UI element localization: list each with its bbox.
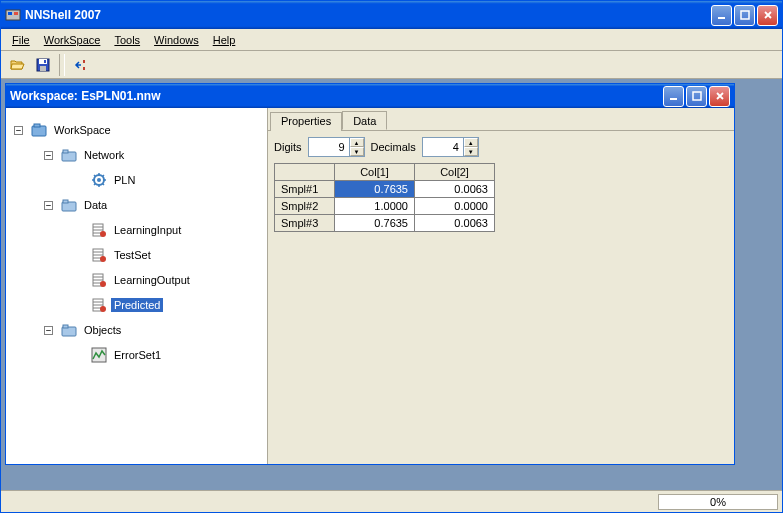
right-panel: Properties Data Digits ▲ ▼ <box>268 108 734 464</box>
tab-content: Digits ▲ ▼ Decimals <box>268 130 734 464</box>
tree-panel[interactable]: − WorkSpace − Network PLN <box>6 108 268 464</box>
table-corner[interactable] <box>275 164 335 181</box>
tree-predicted-label: Predicted <box>111 298 163 312</box>
tree-learning-input-label: LearningInput <box>111 223 184 237</box>
svg-rect-7 <box>40 66 46 71</box>
decimals-input[interactable] <box>423 141 463 153</box>
tree-learning-output[interactable]: LearningOutput <box>10 271 263 289</box>
tree-predicted[interactable]: Predicted <box>10 296 263 314</box>
save-button[interactable] <box>31 53 55 77</box>
menubar: File WorkSpace Tools Windows Help <box>1 29 782 51</box>
collapse-icon[interactable]: − <box>44 201 53 210</box>
svg-rect-14 <box>693 92 701 100</box>
workspace-body: − WorkSpace − Network PLN <box>6 108 734 464</box>
digits-spinner[interactable]: ▲ ▼ <box>308 137 365 157</box>
main-window-controls <box>711 5 778 26</box>
svg-point-27 <box>100 231 106 237</box>
folder-icon <box>61 197 77 213</box>
app-title: NNShell 2007 <box>25 8 711 22</box>
menu-tools[interactable]: Tools <box>107 32 147 48</box>
folder-icon <box>61 322 77 338</box>
maximize-button[interactable] <box>734 5 755 26</box>
dataset-icon <box>91 247 107 263</box>
tree-root[interactable]: − WorkSpace <box>10 121 263 139</box>
table-row[interactable]: Smpl#2 1.0000 0.0000 <box>275 198 495 215</box>
data-table[interactable]: Col[1] Col[2] Smpl#1 0.7635 0.0063 Smpl#… <box>274 163 495 232</box>
statusbar: 0% <box>1 490 782 512</box>
minimize-button[interactable] <box>711 5 732 26</box>
svg-rect-1 <box>8 12 12 15</box>
chart-icon <box>91 347 107 363</box>
tree-testset[interactable]: TestSet <box>10 246 263 264</box>
menu-help[interactable]: Help <box>206 32 243 48</box>
tree-data-label: Data <box>81 198 110 212</box>
progress-cell: 0% <box>658 494 778 510</box>
tree-learning-input[interactable]: LearningInput <box>10 221 263 239</box>
svg-rect-2 <box>14 12 18 15</box>
main-titlebar[interactable]: NNShell 2007 <box>1 1 782 29</box>
tree-pln[interactable]: PLN <box>10 171 263 189</box>
workspace-title: Workspace: EsPLN01.nnw <box>10 89 663 103</box>
tree-testset-label: TestSet <box>111 248 154 262</box>
svg-rect-13 <box>670 98 677 100</box>
app-icon <box>5 7 21 23</box>
svg-rect-18 <box>63 150 68 153</box>
tree-errorset-label: ErrorSet1 <box>111 348 164 362</box>
svg-point-20 <box>97 178 101 182</box>
col-header-1[interactable]: Col[1] <box>335 164 415 181</box>
main-window: NNShell 2007 File WorkSpace Tools Window… <box>0 0 783 513</box>
workspace-window-controls <box>663 86 730 107</box>
collapse-icon[interactable]: − <box>44 151 53 160</box>
svg-point-32 <box>100 256 106 262</box>
workspace-close-button[interactable] <box>709 86 730 107</box>
open-button[interactable] <box>5 53 29 77</box>
row-header[interactable]: Smpl#3 <box>275 215 335 232</box>
table-cell[interactable]: 0.7635 <box>335 215 415 232</box>
col-header-2[interactable]: Col[2] <box>415 164 495 181</box>
svg-rect-9 <box>83 60 85 63</box>
indent-button[interactable] <box>69 53 93 77</box>
decimals-down[interactable]: ▼ <box>464 147 478 156</box>
decimals-spinner[interactable]: ▲ ▼ <box>422 137 479 157</box>
table-row[interactable]: Smpl#1 0.7635 0.0063 <box>275 181 495 198</box>
workspace-window: Workspace: EsPLN01.nnw − WorkSpace − <box>5 83 735 465</box>
svg-rect-10 <box>83 67 85 70</box>
svg-rect-3 <box>718 17 725 19</box>
digits-input[interactable] <box>309 141 349 153</box>
tab-properties[interactable]: Properties <box>270 112 342 131</box>
svg-rect-16 <box>34 124 40 127</box>
table-row[interactable]: Smpl#3 0.7635 0.0063 <box>275 215 495 232</box>
gear-icon <box>91 172 107 188</box>
svg-rect-44 <box>63 325 68 328</box>
menu-windows[interactable]: Windows <box>147 32 206 48</box>
tree-objects-label: Objects <box>81 323 124 337</box>
row-header[interactable]: Smpl#2 <box>275 198 335 215</box>
svg-rect-4 <box>741 11 749 19</box>
workspace-minimize-button[interactable] <box>663 86 684 107</box>
mdi-client-area: Workspace: EsPLN01.nnw − WorkSpace − <box>1 79 782 490</box>
tree-objects[interactable]: − Objects <box>10 321 263 339</box>
table-cell[interactable]: 0.0063 <box>415 215 495 232</box>
dataset-icon <box>91 297 107 313</box>
close-button[interactable] <box>757 5 778 26</box>
tree-errorset[interactable]: ErrorSet1 <box>10 346 263 364</box>
table-cell[interactable]: 0.0063 <box>415 181 495 198</box>
workspace-titlebar[interactable]: Workspace: EsPLN01.nnw <box>6 84 734 108</box>
menu-file[interactable]: File <box>5 32 37 48</box>
collapse-icon[interactable]: − <box>14 126 23 135</box>
table-cell[interactable]: 1.0000 <box>335 198 415 215</box>
tab-data[interactable]: Data <box>342 111 387 130</box>
svg-point-42 <box>100 306 106 312</box>
menu-workspace[interactable]: WorkSpace <box>37 32 108 48</box>
table-cell[interactable]: 0.7635 <box>335 181 415 198</box>
digits-up[interactable]: ▲ <box>350 138 364 147</box>
digits-down[interactable]: ▼ <box>350 147 364 156</box>
tree-data[interactable]: − Data <box>10 196 263 214</box>
decimals-up[interactable]: ▲ <box>464 138 478 147</box>
row-header[interactable]: Smpl#1 <box>275 181 335 198</box>
table-cell[interactable]: 0.0000 <box>415 198 495 215</box>
workspace-maximize-button[interactable] <box>686 86 707 107</box>
tree-network[interactable]: − Network <box>10 146 263 164</box>
dataset-icon <box>91 272 107 288</box>
collapse-icon[interactable]: − <box>44 326 53 335</box>
